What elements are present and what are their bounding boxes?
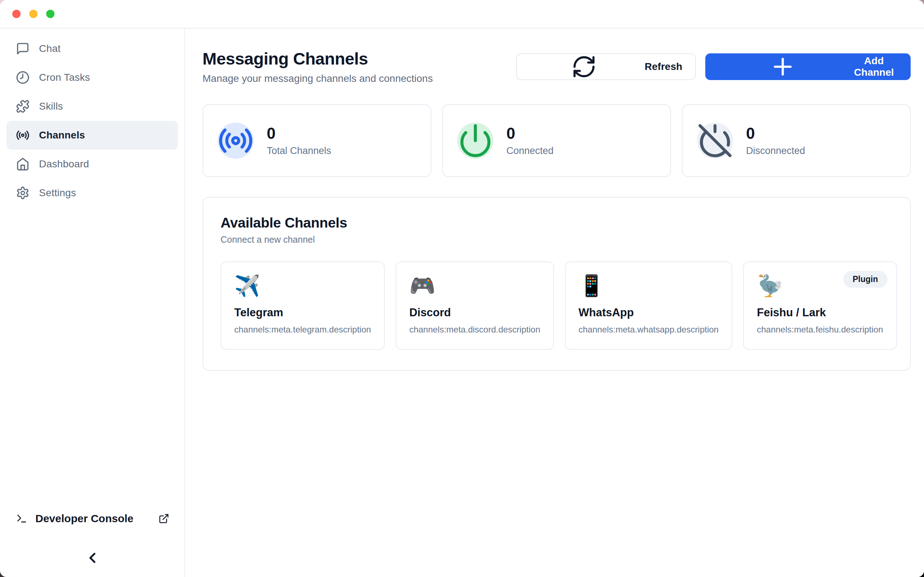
sidebar-item-chat[interactable]: Chat — [6, 34, 178, 63]
close-button[interactable] — [12, 10, 21, 18]
stat-label: Connected — [506, 145, 554, 156]
plus-icon — [720, 53, 846, 80]
stats-row: 0 Total Channels 0 Connected — [202, 104, 911, 177]
discord-gamepad-emoji: 🎮 — [409, 275, 435, 296]
developer-console-link[interactable]: Developer Console — [0, 508, 184, 529]
puzzle-icon — [16, 100, 30, 113]
stat-card-total-channels: 0 Total Channels — [202, 104, 431, 177]
power-off-icon — [697, 122, 733, 159]
available-channels-title: Available Channels — [221, 215, 893, 231]
page-header: Messaging Channels Manage your messaging… — [202, 49, 911, 84]
sidebar-item-label: Cron Tasks — [39, 72, 90, 83]
page-subtitle: Manage your messaging channels and conne… — [202, 73, 433, 84]
home-icon — [16, 157, 30, 171]
channel-name: Feishu / Lark — [757, 306, 883, 319]
sidebar-item-channels[interactable]: Channels — [6, 121, 178, 150]
add-channel-button[interactable]: Add Channel — [705, 53, 911, 80]
broadcast-icon — [218, 122, 254, 159]
header-actions: Refresh Add Channel — [516, 53, 911, 80]
refresh-icon — [530, 54, 638, 79]
power-icon — [457, 122, 493, 159]
channel-name: WhatsApp — [578, 306, 719, 319]
sidebar-item-cron-tasks[interactable]: Cron Tasks — [6, 63, 178, 92]
sidebar-item-label: Dashboard — [39, 158, 89, 170]
sidebar: Chat Cron Tasks Skills — [0, 29, 185, 577]
chat-icon — [16, 42, 30, 56]
sidebar-item-label: Settings — [39, 187, 76, 199]
stat-value: 0 — [267, 125, 331, 142]
sidebar-nav: Chat Cron Tasks Skills — [0, 34, 184, 207]
stat-label: Disconnected — [746, 145, 805, 156]
refresh-button[interactable]: Refresh — [516, 53, 696, 80]
whatsapp-phone-emoji: 📱 — [578, 275, 604, 296]
channel-description: channels:meta.telegram.description — [234, 324, 371, 335]
gear-icon — [16, 186, 30, 200]
channel-description: channels:meta.discord.description — [409, 324, 540, 335]
channel-card-feishu[interactable]: 🦤 Plugin Feishu / Lark channels:meta.fei… — [743, 261, 897, 350]
page-header-text: Messaging Channels Manage your messaging… — [202, 49, 433, 84]
external-link-icon — [158, 513, 169, 524]
refresh-button-label: Refresh — [645, 61, 682, 73]
plugin-badge: Plugin — [843, 271, 887, 288]
channel-name: Telegram — [234, 306, 371, 319]
sidebar-item-settings[interactable]: Settings — [6, 179, 178, 207]
channel-name: Discord — [409, 306, 540, 319]
feishu-bird-emoji: 🦤 — [757, 275, 783, 296]
clock-icon — [16, 71, 30, 84]
channel-description: channels:meta.feishu.description — [757, 324, 883, 335]
zoom-button[interactable] — [46, 10, 55, 18]
sidebar-item-label: Chat — [39, 43, 61, 55]
sidebar-item-label: Skills — [39, 101, 63, 112]
stat-value: 0 — [506, 125, 554, 142]
stat-label: Total Channels — [267, 145, 331, 156]
terminal-icon — [16, 513, 27, 524]
channel-card-telegram[interactable]: ✈️ Telegram channels:meta.telegram.descr… — [221, 261, 385, 350]
developer-console-label: Developer Console — [36, 513, 134, 525]
titlebar[interactable] — [0, 0, 924, 29]
page-title: Messaging Channels — [202, 49, 433, 69]
channel-card-whatsapp[interactable]: 📱 WhatsApp channels:meta.whatsapp.descri… — [565, 261, 732, 350]
stat-value: 0 — [746, 125, 805, 142]
sidebar-footer: Developer Console — [0, 508, 184, 566]
broadcast-icon — [16, 128, 30, 142]
sidebar-item-label: Channels — [39, 129, 85, 141]
channel-grid: ✈️ Telegram channels:meta.telegram.descr… — [221, 261, 893, 350]
minimize-button[interactable] — [29, 10, 37, 18]
stat-card-connected: 0 Connected — [442, 104, 671, 177]
channel-card-discord[interactable]: 🎮 Discord channels:meta.discord.descript… — [396, 261, 554, 350]
chevron-left-icon — [82, 550, 103, 566]
sidebar-item-dashboard[interactable]: Dashboard — [6, 150, 178, 179]
sidebar-item-skills[interactable]: Skills — [6, 92, 178, 121]
stat-card-disconnected: 0 Disconnected — [682, 104, 911, 177]
telegram-airplane-emoji: ✈️ — [234, 275, 260, 296]
app-window: Chat Cron Tasks Skills — [0, 0, 924, 577]
available-channels-panel: Available Channels Connect a new channel… — [202, 197, 911, 371]
available-channels-subtitle: Connect a new channel — [221, 234, 893, 245]
add-channel-button-label: Add Channel — [852, 55, 896, 78]
collapse-sidebar-button[interactable] — [82, 550, 103, 566]
channel-description: channels:meta.whatsapp.description — [578, 324, 719, 335]
main-content: Messaging Channels Manage your messaging… — [185, 29, 924, 577]
